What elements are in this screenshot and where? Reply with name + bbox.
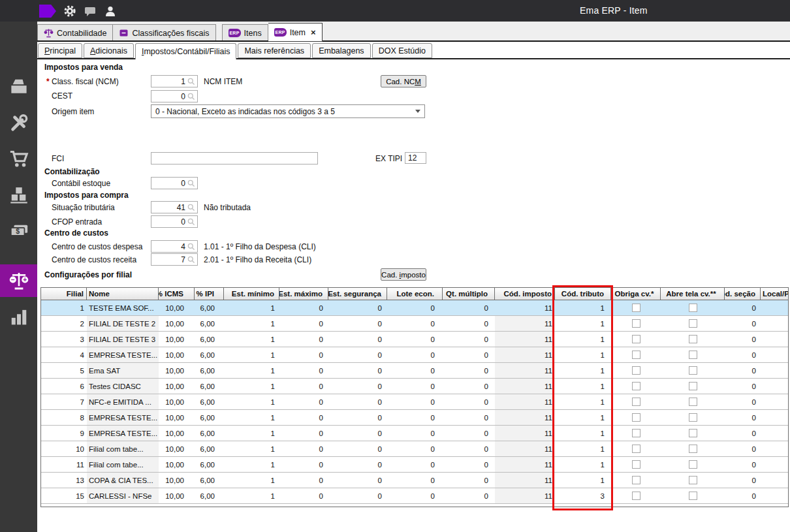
column-header[interactable]: Qt. múltiplo: [443, 288, 495, 300]
checkbox[interactable]: [689, 413, 697, 422]
tab-item[interactable]: ERP Item ×: [268, 23, 323, 42]
cfop-entrada-input[interactable]: 0: [151, 215, 198, 228]
ema-logo-icon[interactable]: [39, 5, 56, 18]
cell-est_min: 1: [224, 332, 279, 347]
checkbox[interactable]: [632, 335, 640, 343]
checkbox[interactable]: [632, 366, 640, 375]
sidebar-item-pos[interactable]: [0, 70, 37, 103]
table-row[interactable]: 9EMPRESA TESTE...10,006,00100001110: [41, 426, 788, 441]
sidebar-item-reports[interactable]: [0, 300, 37, 333]
ex-tipi-input[interactable]: 12: [405, 152, 426, 164]
column-header[interactable]: Cód. imposto: [495, 288, 555, 300]
table-row[interactable]: 2FILIAL DE TESTE 210,006,00100001110: [41, 316, 788, 332]
checkbox[interactable]: [689, 492, 697, 500]
column-header[interactable]: Cód. tributo: [555, 288, 611, 300]
table-row[interactable]: 10Filial com tabe...10,006,00100001110: [41, 441, 788, 457]
origem-item-select[interactable]: 0 - Nacional, Exceto as indicadas nos có…: [151, 104, 425, 118]
checkbox[interactable]: [632, 319, 640, 328]
sidebar-item-services[interactable]: [0, 106, 37, 139]
column-header[interactable]: Nome: [87, 288, 159, 300]
sidebar-item-fiscal[interactable]: − +: [0, 264, 37, 297]
sidebar-item-finance[interactable]: $: [0, 214, 37, 247]
checkbox[interactable]: [689, 351, 697, 359]
table-row[interactable]: 8EMPRESA TESTE...10,006,00100001110: [41, 410, 788, 426]
user-icon[interactable]: [104, 5, 117, 18]
cest-input[interactable]: 0: [151, 90, 198, 102]
search-icon[interactable]: [187, 93, 195, 101]
checkbox[interactable]: [689, 304, 697, 312]
cc-receita-input[interactable]: 7: [151, 253, 198, 266]
sidebar-item-stock[interactable]: [0, 178, 37, 211]
search-icon[interactable]: [187, 218, 195, 226]
contabil-estoque-input[interactable]: 0: [151, 177, 198, 189]
checkbox[interactable]: [689, 445, 697, 453]
cad-ncm-button[interactable]: Cad. NCM: [381, 75, 426, 87]
close-tab-icon[interactable]: ×: [311, 28, 316, 37]
cad-imposto-button[interactable]: Cad. imposto: [381, 268, 426, 281]
search-icon[interactable]: [187, 256, 195, 264]
checkbox[interactable]: [689, 335, 697, 343]
table-row[interactable]: 3FILIAL DE TESTE 310,006,00100001110: [41, 332, 788, 347]
checkbox[interactable]: [632, 382, 640, 390]
column-header[interactable]: Lote econ.: [387, 288, 443, 300]
column-header[interactable]: Obriga cv.*: [611, 288, 661, 300]
checkbox[interactable]: [689, 366, 697, 375]
checkbox[interactable]: [632, 429, 640, 437]
checkbox[interactable]: [632, 398, 640, 406]
column-header[interactable]: % IPI: [195, 288, 224, 300]
tab-itens[interactable]: ERP Itens: [222, 24, 268, 42]
checkbox[interactable]: [632, 304, 640, 312]
cell-est_seg: 0: [328, 316, 387, 331]
checkbox[interactable]: [689, 319, 697, 328]
table-row[interactable]: 4EMPRESA TESTE...10,006,00100001110: [41, 347, 788, 363]
search-icon[interactable]: [187, 78, 195, 86]
column-header[interactable]: Est. segurança: [328, 288, 387, 300]
table-row[interactable]: 11Filial com tabe...10,006,00100001110: [41, 457, 788, 473]
checkbox[interactable]: [632, 413, 640, 422]
checkbox[interactable]: [632, 460, 640, 469]
tab-contabilidade[interactable]: Contabilidade: [37, 24, 113, 42]
table-row[interactable]: 5Ema SAT10,006,00100001110: [41, 363, 788, 379]
column-header[interactable]: Abre tela cv.**: [661, 288, 725, 300]
column-header[interactable]: Est. máximo: [279, 288, 328, 300]
cell-qt_mult: 0: [443, 347, 495, 362]
fci-input[interactable]: [151, 152, 318, 164]
sidebar-item-purchases[interactable]: [0, 142, 37, 175]
search-icon[interactable]: [187, 243, 195, 251]
checkbox[interactable]: [689, 476, 697, 484]
subtab-embalagens[interactable]: Embalagens: [312, 43, 371, 58]
subtab-impostos-contabil-filiais[interactable]: Impostos/Contábil/Filiais: [135, 43, 236, 59]
subtab-adicionais[interactable]: Adicionais: [84, 43, 134, 58]
table-row[interactable]: 13COPA & CIA TES...10,006,00100001110: [41, 473, 788, 488]
cell-qt_mult: 0: [443, 379, 495, 394]
checkbox[interactable]: [632, 476, 640, 484]
checkbox[interactable]: [632, 351, 640, 359]
column-header[interactable]: Local/Pr: [761, 288, 789, 300]
table-row[interactable]: 15CARLESSI - NFSe10,006,00100001130: [41, 488, 788, 504]
table-row[interactable]: 7NFC-e EMITIDA ...10,006,00100001110: [41, 394, 788, 410]
chat-icon[interactable]: [84, 5, 97, 18]
checkbox[interactable]: [632, 492, 640, 500]
checkbox[interactable]: [632, 445, 640, 453]
subtab-principal[interactable]: Principal: [38, 43, 82, 58]
table-row[interactable]: 6Testes CIDASC10,006,00100001110: [41, 379, 788, 394]
checkbox[interactable]: [689, 382, 697, 390]
tab-classificacoes-fiscais[interactable]: Classificações fiscais: [113, 24, 215, 42]
situacao-tributaria-input[interactable]: 41: [151, 201, 198, 213]
column-header[interactable]: Cód. seção: [725, 288, 761, 300]
subtab-dox-estudio[interactable]: DOX Estúdio: [372, 43, 432, 58]
column-header[interactable]: Filial: [41, 288, 87, 300]
class-fiscal-input[interactable]: 1: [151, 75, 198, 87]
search-icon[interactable]: [187, 204, 195, 211]
cc-despesa-input[interactable]: 4: [151, 240, 198, 253]
column-header[interactable]: Est. mínimo: [224, 288, 279, 300]
search-icon[interactable]: [187, 180, 195, 187]
checkbox[interactable]: [689, 429, 697, 437]
checkbox[interactable]: [689, 460, 697, 469]
cell-abre_tela_cv: [661, 379, 725, 394]
subtab-mais-referencias[interactable]: Mais referências: [238, 43, 311, 58]
table-row[interactable]: 1TESTE EMA SOF...10,006,00100001110: [41, 300, 788, 316]
checkbox[interactable]: [689, 398, 697, 406]
gear-icon[interactable]: [63, 5, 76, 18]
column-header[interactable]: % ICMS: [159, 288, 195, 300]
